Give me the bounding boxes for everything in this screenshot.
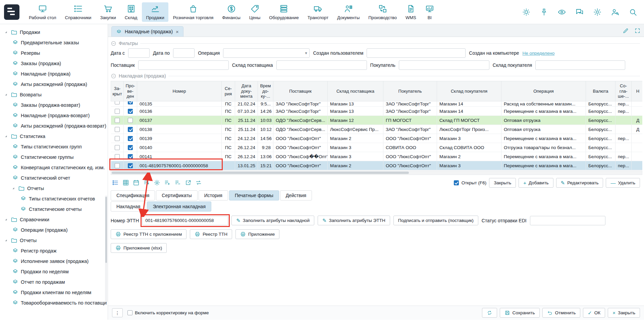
eye-icon[interactable] [557,8,566,16]
nav-item[interactable]: Рабочий стол [25,2,60,22]
sidebar-folder-directories[interactable]: Справочники [0,214,108,225]
subtab-electronic-invoice[interactable]: Электронная накладная [147,201,211,212]
app-logo[interactable] [4,4,19,20]
sidebar-item[interactable]: Отчет по продажам [0,277,108,287]
export-button[interactable] [183,178,193,187]
tab-specification[interactable]: Спецификация [111,190,155,200]
transfer-button[interactable] [194,178,203,187]
posted-checkbox[interactable] [128,145,133,150]
nav-item[interactable]: Производство [364,2,401,22]
created-by-input[interactable] [367,48,466,58]
grid-settings-button[interactable] [152,178,161,187]
add-button[interactable]: +Добавить [519,178,553,188]
sidebar-item[interactable]: Предварительные заказы [0,37,108,48]
gear-icon[interactable] [593,8,602,16]
print-registry-button[interactable]: Реестр ТТН [190,229,232,239]
nav-item[interactable]: Оборудование [265,2,303,22]
column-header[interactable]: За- крыт [111,81,124,101]
filter-sort-button[interactable] [142,178,151,187]
posted-checkbox[interactable] [128,154,133,159]
table-row-selected[interactable]: 001-4819075760001-0000000058 13.01.25 15… [111,161,643,170]
expand-groups-button[interactable] [163,178,172,187]
operation-select[interactable]: ▾ [223,48,310,58]
sidebar-item[interactable]: Конвертация статистических ед. изм. [0,162,108,173]
save-button[interactable]: Сохранить [500,308,540,318]
nav-item[interactable]: Финансы [218,2,245,22]
column-header[interactable]: Дата доку- мента [235,81,258,101]
sidebar-item[interactable]: Накладные (продажа-возврат) [0,110,108,121]
closed-checkbox[interactable] [115,118,120,123]
date-to-input[interactable] [173,48,195,58]
calendar-view-button[interactable] [131,178,141,187]
tab-invoices-sale[interactable]: Накладные (продажа) × [111,26,183,37]
table-row[interactable]: 00140 ПС 26.12.24 9:28 ООО "ЛюксСофтОпт"… [111,143,643,152]
more-button[interactable]: ⋮ [112,308,123,317]
column-header[interactable]: Се- рия [222,81,235,101]
admin-icon[interactable] [611,8,620,16]
tab-print-forms[interactable]: Печатные формы [229,190,279,200]
column-header[interactable]: Врем до- ку-... [258,81,273,101]
sidebar-folder-sales[interactable]: Продажи [0,27,108,37]
supplier-input[interactable] [138,60,229,70]
tab-actions[interactable]: Действия [280,190,312,200]
sign-send-button[interactable]: Подписать и отправить (поставщик) [393,216,478,225]
column-header[interactable]: Н [632,81,643,101]
tab-certificates[interactable]: Сертификаты [156,190,197,200]
column-header[interactable]: Про- ве- ден [124,81,137,101]
sidebar-folder-reports-stat[interactable]: Отчеты [0,183,108,193]
posted-checkbox[interactable] [128,136,133,141]
closed-checkbox[interactable] [115,109,120,114]
sidebar-item[interactable]: Статистический отчет [0,173,108,183]
search-icon[interactable] [629,8,637,16]
edit-button[interactable]: ✎Редактировать [556,178,603,188]
edit-form-icon[interactable] [623,28,629,34]
posted-checkbox[interactable] [128,109,133,114]
column-header[interactable]: Склад покупателя [437,81,501,101]
posted-checkbox[interactable] [128,118,133,123]
nav-item[interactable]: Закупки [96,2,120,22]
closed-checkbox[interactable] [115,136,120,141]
list-view-button[interactable] [111,178,120,187]
refresh-button[interactable] [482,308,497,318]
closed-checkbox[interactable] [115,163,120,168]
close-tab-icon[interactable]: × [176,29,179,35]
sidebar-item[interactable]: Заказы (продажа-возврат) [0,100,108,110]
fullscreen-icon[interactable] [634,28,641,34]
column-header[interactable]: Поставщик [273,81,328,101]
closed-checkbox[interactable] [115,154,120,159]
brightness-icon[interactable] [522,8,531,16]
posted-checkbox[interactable] [128,163,133,168]
subtab-invoice[interactable]: Накладная [111,201,146,212]
sidebar-item[interactable]: Акты расхождений (продажа-возврат) [0,121,108,131]
sidebar-item-invoices-sale[interactable]: Накладные (продажа) [0,68,108,79]
table-row[interactable]: 00141 ПС 26.12.24 13:06 ООО "ЛюксСоф��Оп… [111,152,643,161]
posted-checkbox[interactable] [128,101,133,104]
nav-item[interactable]: Транспорт [304,2,333,22]
sidebar-item[interactable]: Типы статистических групп [0,141,108,152]
cancel-button[interactable]: Отменить [542,308,581,318]
print-attachment-xlsx-button[interactable]: Приложение (xlsx) [111,243,167,253]
sidebar-item[interactable]: Продажи клиентам по неделям [0,287,108,298]
date-from-input[interactable] [128,48,150,58]
sidebar-item[interactable]: Акты расхождений (продажа) [0,79,108,89]
column-header[interactable]: Валюта [586,81,615,101]
delete-button[interactable]: —Удалить [606,178,640,188]
closed-checkbox[interactable] [115,145,120,150]
buyer-warehouse-input[interactable] [535,60,625,70]
print-attachment-button[interactable]: Приложение [235,229,279,239]
sidebar-item[interactable]: Регистр продаж [0,245,108,256]
sidebar-item[interactable]: Статистические группы [0,152,108,162]
column-header[interactable]: Склад поставщика [328,81,383,101]
sidebar-item[interactable]: Резервы [0,48,108,58]
enable-adjustment-checkbox[interactable] [127,310,132,315]
fill-ettn-attrs-button[interactable]: ✎Заполнить атрибуты ЭТТН [318,216,390,225]
posted-checkbox[interactable] [128,127,133,132]
column-header[interactable]: Покупатель [383,81,437,101]
nav-item[interactable]: WMS [401,2,420,22]
ettn-number-input[interactable] [142,216,228,225]
close-record-button[interactable]: Закрыть [489,178,516,188]
supplier-warehouse-input[interactable] [276,60,367,70]
sidebar-folder-reports[interactable]: Отчеты [0,235,108,245]
table-row[interactable]: 00135 ПС 21.02.24 9:5... ЗАО "ЛюксСофтТо… [111,101,643,107]
sidebar-item[interactable]: Продажи по неделям [0,266,108,277]
